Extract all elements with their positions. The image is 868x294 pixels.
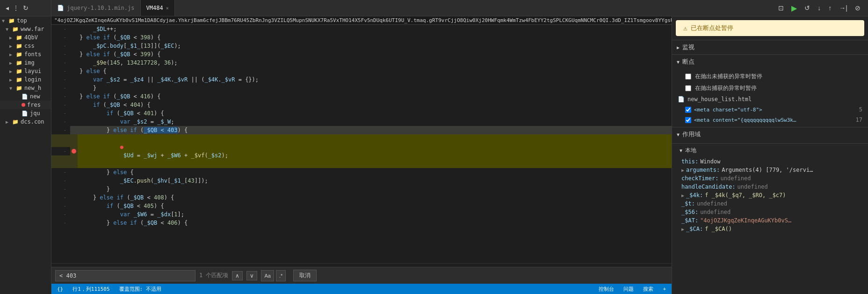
tree-item-fonts[interactable]: ▶ 📁 fonts [0, 50, 51, 59]
scope-ca[interactable]: ▶ _$CA: f _$CA() [672, 225, 868, 233]
add-panel-button[interactable]: + [661, 286, 668, 292]
regex-button[interactable]: .* [276, 270, 286, 281]
bp-item-1[interactable]: <meta charset="utf-8"> 5 [672, 104, 868, 115]
uncaught-label: 在抛出未捕获的异常时暂停 [695, 73, 762, 81]
folder-icon: 📁 [12, 119, 19, 125]
tree-item-dcs[interactable]: ▶ 📁 dcs.con [0, 118, 51, 126]
code-line: - } else if (_$QB < 408) { [51, 193, 672, 202]
search-input[interactable] [55, 270, 195, 281]
console-tab[interactable]: 控制台 [597, 286, 616, 293]
tree-item-jqu[interactable]: ▶ 📄 jqu [0, 109, 51, 118]
file-icon: 📄 [22, 94, 28, 100]
horizontal-scrollbar[interactable] [51, 263, 672, 267]
tree-item-new-h[interactable]: ▼ 📁 new_h [0, 84, 51, 92]
local-scope-header[interactable]: ▼ 本地 [672, 143, 868, 157]
tree-item-layui[interactable]: ▶ 📁 layui [0, 67, 51, 75]
next-match-button[interactable]: ∨ [246, 271, 257, 280]
code-line: - _$EC.push(_$hv[_$1_[43]]); [51, 176, 672, 185]
code-line: - _$DL++; [51, 25, 672, 33]
folder-icon: 📁 [16, 51, 22, 58]
folder-icon: 📁 [16, 60, 22, 66]
resume-button[interactable]: ▶ [789, 3, 799, 14]
bp-item1-text: <meta charset="utf-8"> [694, 107, 762, 113]
code-line: - } else { [51, 168, 672, 176]
prev-match-button[interactable]: ∧ [232, 271, 243, 280]
scope-4k[interactable]: ▶ _$4k: f _$4k(_$q7, _$RO, _$c7) [672, 191, 868, 199]
problems-tab[interactable]: 问题 [622, 286, 636, 293]
folder-icon: 📁 [16, 77, 22, 83]
tree-item-4qbv[interactable]: ▶ 📁 4QbV [0, 33, 51, 42]
bp-item1-checkbox[interactable] [685, 107, 691, 113]
refresh-button[interactable]: ↻ [21, 3, 30, 13]
cb-caught[interactable]: 在抛出捕获的异常时暂停 [672, 82, 868, 94]
code-line: - } else if (_$QB < 406) { [51, 219, 672, 227]
tree-item-top[interactable]: ▼ 📁 top [0, 16, 51, 25]
tree-item-login[interactable]: ▶ 📁 login [0, 75, 51, 84]
arrow-icon: ▶ [9, 69, 14, 74]
banner-text: "4ojOZJKgqZeKInqeAGuKYb0vS1Mm1DA8Cdyjae.… [51, 16, 672, 25]
tree-item-new-file[interactable]: ▶ 📄 new [0, 92, 51, 101]
tab-vm484-label: VM484 [146, 5, 163, 11]
scope-arguments[interactable]: ▶ arguments: Arguments(4) [779, '/servic… [672, 166, 868, 174]
code-line: - if (_$QB < 405) { [51, 202, 672, 210]
tree-item-label: 4QbV [24, 34, 49, 41]
tree-item-fres[interactable]: ▶ fres [0, 101, 51, 109]
right-panel: ⚠ 已在断点处暂停 ▶ 监视 ▼ 断点 在抛出未捕获的异常时暂停 [672, 16, 868, 294]
breakpoint-dot [72, 149, 76, 154]
tab-bar: 📄 jquery-1.10.1.min.js VM484 × [51, 0, 771, 16]
tree-item-img[interactable]: ▶ 📁 img [0, 59, 51, 67]
code-line: - if (_$QB < 401) { [51, 109, 672, 118]
dock-button[interactable]: ⊡ [776, 3, 786, 13]
match-case-button[interactable]: Aa [261, 270, 274, 281]
code-editor[interactable]: - _$DL++; - } else if (_$QB < 398) { - _… [51, 25, 672, 263]
deactivate-button[interactable]: ⊘ [853, 3, 862, 13]
scope-label: 作用域 [682, 130, 701, 139]
code-panel: "4ojOZJKgqZeKInqeAGuKYb0vS1Mm1DA8Cdyjae.… [51, 16, 672, 294]
debugger-icon[interactable]: {} [55, 286, 65, 292]
tree-item-label: img [24, 59, 49, 66]
back-button[interactable]: ◂ [4, 3, 11, 13]
caught-label: 在抛出捕获的异常时暂停 [695, 84, 757, 92]
bp-item1-line: 5 [859, 106, 862, 113]
arrow-icon: ▶ [9, 44, 14, 49]
bp-file-icon: 📄 [678, 96, 685, 103]
position-status[interactable]: 行1，列111505 [71, 286, 111, 293]
bp-item2-text: <meta content="{qqqqqqqqqqlwSw3kHogDdfe1… [694, 117, 797, 123]
folder-icon: 📁 [8, 18, 15, 24]
breakpoints-section-header[interactable]: ▼ 断点 [672, 54, 868, 69]
coverage-status[interactable]: 覆盖范围: 不适用 [117, 286, 163, 293]
tab-vm484[interactable]: VM484 × [141, 0, 175, 16]
menu-button[interactable]: ⋮ [11, 3, 21, 13]
search-bar: 1 个匹配项 ∧ ∨ Aa .* 取消 [51, 267, 672, 284]
step-out-button[interactable]: ↑ [826, 3, 833, 13]
paused-banner: ⚠ 已在断点处暂停 [676, 20, 864, 36]
code-line: - _$9e(145, 134217728, 36); [51, 59, 672, 67]
tree-item-label: jqu [30, 110, 49, 117]
search-tab[interactable]: 搜索 [641, 286, 655, 293]
main-area: ▼ 📁 top ▼ 📁 www.far ▶ 📁 4QbV ▶ 📁 css ▶ 📁… [0, 16, 868, 294]
folder-icon: 📁 [16, 43, 22, 49]
watch-section-header[interactable]: ▶ 监视 [672, 40, 868, 54]
code-line: - } else if (_$QB < 399) { [51, 50, 672, 59]
tree-item-label: layui [24, 68, 49, 74]
nav-controls: ◂ ⋮ ↻ [0, 0, 51, 16]
step-into-button[interactable]: ↓ [816, 3, 823, 13]
step-over-button[interactable]: ↺ [803, 3, 812, 13]
scope-section-header[interactable]: ▼ 作用域 [672, 127, 868, 141]
breakpoints-label: 断点 [682, 58, 694, 66]
tab-jquery[interactable]: 📄 jquery-1.10.1.min.js [51, 0, 141, 16]
folder-icon: 📁 [16, 85, 22, 91]
bp-item-2[interactable]: <meta content="{qqqqqqqqqqlwSw3kHogDdfe1… [672, 115, 868, 125]
cancel-search-button[interactable]: 取消 [293, 270, 317, 281]
cb-uncaught[interactable]: 在抛出未捕获的异常时暂停 [672, 71, 868, 82]
tree-item-label: login [24, 76, 49, 83]
scope-content: ▼ 本地 this: Window ▶ arguments: Arguments… [672, 141, 868, 235]
tab-vm484-close[interactable]: × [166, 6, 169, 11]
tree-item-css[interactable]: ▶ 📁 css [0, 42, 51, 50]
uncaught-checkbox[interactable] [685, 74, 691, 80]
caught-checkbox[interactable] [685, 85, 691, 91]
bp-item2-checkbox[interactable] [685, 117, 691, 123]
search-count: 1 个匹配项 [199, 272, 228, 279]
tree-item-www[interactable]: ▼ 📁 www.far [0, 25, 51, 33]
step-next-button[interactable]: →| [837, 3, 849, 13]
